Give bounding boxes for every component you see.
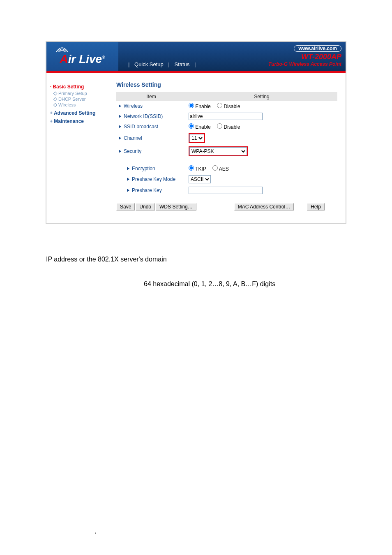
wds-setting-button[interactable]: WDS Setting…	[156, 203, 196, 210]
triangle-icon	[119, 136, 121, 140]
ssid-bcast-enable[interactable]: Enable	[189, 124, 211, 130]
label-encryption: Encryption	[132, 166, 155, 171]
model-desc: Turbo-G Wireless Access Point	[268, 61, 341, 67]
logo-area: Air Live®	[46, 42, 118, 71]
encryption-aes[interactable]: AES	[212, 166, 229, 172]
settings-table: Item Setting Wireless Enable Disable Net…	[116, 92, 337, 196]
nav-quick-setup[interactable]: Quick Setup	[134, 61, 164, 67]
header-bar: Air Live® | Quick Setup | Status | www.a…	[46, 42, 346, 71]
label-psk-mode: Preshare Key Mode	[132, 176, 175, 182]
label-ssid-broadcast: SSID broadcast	[124, 124, 158, 130]
stray-comma: ,	[95, 528, 96, 534]
triangle-icon	[127, 178, 129, 181]
wireless-disable[interactable]: Disable	[217, 104, 240, 109]
wifi-waves-icon	[55, 46, 69, 54]
nav-divider: |	[168, 61, 169, 67]
sidebar-item-wireless[interactable]: Wireless	[54, 102, 109, 108]
top-nav: | Quick Setup | Status | www.airlive.com…	[118, 42, 346, 71]
wireless-enable[interactable]: Enable	[189, 104, 211, 109]
sidebar-basic-setting[interactable]: - Basic Setting	[50, 84, 109, 90]
row-encryption: Encryption TKIP AES	[116, 164, 337, 173]
router-admin-panel: Air Live® | Quick Setup | Status | www.a…	[46, 41, 346, 224]
sidebar-item-dhcp-server[interactable]: DHCP Server	[54, 96, 109, 102]
sidebar: - Basic Setting Primary Setup DHCP Serve…	[46, 73, 112, 223]
table-header-row: Item Setting	[116, 92, 337, 101]
main-panel: Wireless Setting Item Setting Wireless E…	[112, 73, 346, 223]
highlight-box: 11	[189, 133, 205, 143]
diamond-icon	[53, 91, 58, 95]
brand-url: www.airlive.com	[294, 45, 341, 52]
sidebar-maintenance[interactable]: + Maintenance	[50, 118, 109, 124]
triangle-icon	[119, 150, 121, 153]
label-security: Security	[124, 148, 141, 154]
section-title: Wireless Setting	[116, 81, 337, 88]
sidebar-item-primary-setup[interactable]: Primary Setup	[54, 90, 109, 96]
label-wireless: Wireless	[124, 103, 143, 109]
model-name: WT-2000AP	[268, 53, 341, 61]
channel-select[interactable]: 11	[189, 134, 204, 142]
ssid-input[interactable]	[189, 113, 263, 120]
caption-line-1: IP address or the 802.1X server's domain	[46, 256, 167, 263]
buttons-row: Save Undo WDS Setting… MAC Address Contr…	[116, 203, 337, 210]
psk-input[interactable]	[189, 187, 263, 194]
row-ssid-broadcast: SSID broadcast Enable Disable	[116, 122, 337, 132]
mac-control-button[interactable]: MAC Address Control…	[234, 203, 294, 210]
content-area: - Basic Setting Primary Setup DHCP Serve…	[46, 73, 346, 223]
triangle-icon	[127, 189, 129, 192]
label-ssid: Network ID(SSID)	[124, 113, 163, 119]
encryption-tkip[interactable]: TKIP	[189, 166, 206, 172]
col-setting: Setting	[186, 92, 337, 101]
save-button[interactable]: Save	[116, 203, 135, 210]
nav-divider: |	[128, 61, 129, 67]
diamond-icon	[53, 103, 58, 107]
label-channel: Channel	[124, 135, 142, 141]
diamond-icon	[53, 97, 58, 101]
row-psk-mode: Preshare Key Mode ASCII	[116, 173, 337, 185]
psk-mode-select[interactable]: ASCII	[189, 175, 211, 183]
header-right-labels: www.airlive.com WT-2000AP Turbo-G Wirele…	[268, 44, 341, 67]
triangle-icon	[119, 115, 121, 118]
help-button[interactable]: Help	[307, 203, 325, 210]
row-wireless: Wireless Enable Disable	[116, 101, 337, 111]
caption-line-2: 64 hexadecimal (0, 1, 2…8, 9, A, B…F) di…	[144, 280, 275, 288]
nav-divider: |	[194, 61, 196, 67]
undo-button[interactable]: Undo	[136, 203, 155, 210]
col-item: Item	[116, 92, 186, 101]
brand-logo: Air Live®	[60, 53, 105, 66]
label-psk: Preshare Key	[132, 187, 162, 193]
highlight-box: WPA-PSK	[189, 146, 248, 156]
security-select[interactable]: WPA-PSK	[189, 147, 247, 155]
triangle-icon	[119, 125, 121, 128]
nav-status[interactable]: Status	[174, 61, 189, 67]
row-psk: Preshare Key	[116, 185, 337, 196]
row-ssid: Network ID(SSID)	[116, 111, 337, 122]
spacer	[116, 158, 337, 164]
row-security: Security WPA-PSK	[116, 145, 337, 158]
row-channel: Channel 11	[116, 132, 337, 145]
ssid-bcast-disable[interactable]: Disable	[217, 124, 240, 130]
sidebar-advanced-setting[interactable]: + Advanced Setting	[50, 110, 109, 116]
triangle-icon	[119, 104, 121, 108]
triangle-icon	[127, 167, 129, 170]
